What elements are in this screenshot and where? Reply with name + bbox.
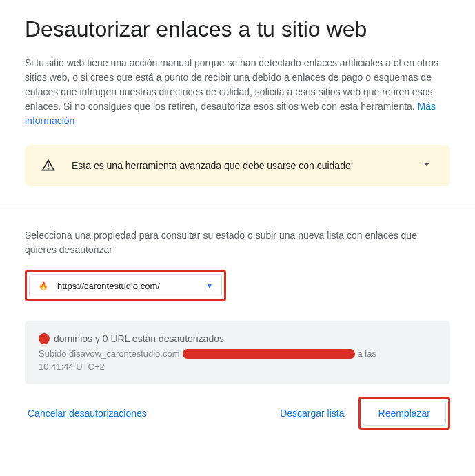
svg-point-1 (48, 168, 49, 169)
warning-banner[interactable]: Esta es una herramienta avanzada que deb… (25, 145, 450, 186)
redacted-dot (39, 333, 50, 344)
cancel-disavow-button[interactable]: Cancelar desautorizaciones (25, 402, 150, 424)
select-property-label: Selecciona una propiedad para consultar … (25, 228, 450, 257)
page-title: Desautorizar enlaces a tu sitio web (25, 17, 450, 42)
divider (0, 206, 475, 206)
uploaded-prefix: Subido disavow_carontestudio.com (39, 348, 180, 359)
description-body: Si tu sitio web tiene una acción manual … (25, 57, 438, 112)
actions-row: Cancelar desautorizaciones Descargar lis… (25, 397, 450, 430)
redacted-bar (183, 349, 355, 359)
status-summary-row: dominios y 0 URL están desautorizados (39, 333, 436, 344)
dropdown-arrow-icon: ▼ (206, 282, 213, 290)
warning-icon (41, 159, 55, 172)
replace-highlight: Reemplazar (358, 397, 450, 430)
property-favicon: 🔥 (38, 280, 49, 291)
download-list-button[interactable]: Descargar lista (277, 402, 347, 424)
status-time: 10:41:44 UTC+2 (39, 361, 436, 372)
replace-button[interactable]: Reemplazar (363, 401, 446, 426)
uploaded-suffix: a las (358, 348, 376, 359)
property-url: https://carontestudio.com/ (57, 281, 198, 291)
status-card: dominios y 0 URL están desautorizados Su… (25, 321, 450, 384)
right-actions: Descargar lista Reemplazar (277, 397, 450, 430)
chevron-down-icon[interactable] (420, 157, 434, 174)
property-select[interactable]: 🔥 https://carontestudio.com/ ▼ (29, 274, 222, 297)
description-text: Si tu sitio web tiene una acción manual … (25, 56, 450, 128)
property-select-highlight: 🔥 https://carontestudio.com/ ▼ (25, 270, 226, 301)
warning-text: Esta es una herramienta avanzada que deb… (72, 160, 403, 171)
status-summary: dominios y 0 URL están desautorizados (54, 333, 224, 344)
status-upload-row: Subido disavow_carontestudio.com a las (39, 348, 436, 359)
